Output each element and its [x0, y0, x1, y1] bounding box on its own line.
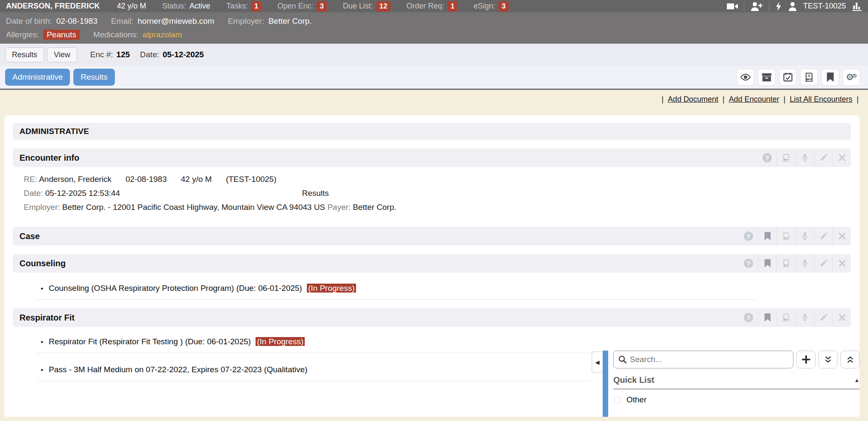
add-button[interactable] [796, 351, 815, 368]
help-icon[interactable]: ? [758, 148, 776, 167]
employer-value: Better Corp. - 12001 Pacific Coast Highw… [62, 203, 325, 212]
radio-button[interactable] [613, 396, 621, 404]
close-icon[interactable] [832, 227, 851, 245]
stats-chart-icon[interactable] [852, 2, 862, 11]
status-badge-in-progress: (In Progress) [256, 337, 305, 346]
bookmark-icon[interactable] [758, 254, 776, 273]
enc-number-label: Enc #: [90, 50, 113, 59]
email-value: horner@mieweb.com [138, 17, 214, 26]
date-label: Date: [24, 189, 43, 198]
due-list-count-badge[interactable]: 12 [376, 1, 390, 11]
edit-pencil-icon[interactable] [814, 227, 832, 245]
edit-pencil-icon[interactable] [814, 308, 832, 327]
re-dob: 02-08-1983 [125, 175, 167, 184]
person-add-icon[interactable] [750, 2, 763, 11]
bookmark-icon[interactable] [758, 227, 776, 245]
collapse-all-button[interactable] [840, 351, 860, 368]
medications-label: Medications: [93, 30, 139, 39]
enc-date-value: 05-12-2025 [163, 50, 204, 59]
help-icon[interactable]: ? [739, 308, 758, 327]
payer-value: Better Corp. [353, 203, 396, 212]
re-name: Anderson, Frederick [39, 175, 111, 184]
section-header-counseling: Counseling ? [13, 254, 851, 273]
dob-label: Date of birth: [6, 17, 52, 26]
search-input[interactable] [613, 351, 793, 368]
section-title: Encounter info [19, 153, 79, 163]
open-enc-count-badge[interactable]: 3 [317, 1, 326, 11]
video-camera-icon[interactable] [727, 2, 738, 11]
tab-results[interactable]: Results [5, 47, 44, 62]
search-icon [618, 355, 627, 364]
counter-due-list[interactable]: Due List: 12 [343, 1, 390, 11]
results-button[interactable]: Results [73, 69, 114, 86]
book-icon[interactable] [776, 148, 795, 167]
counter-open-enc[interactable]: Open Enc: 3 [277, 1, 327, 11]
enc-number-value: 125 [117, 50, 130, 59]
quick-list-item-other[interactable]: Other [613, 395, 860, 404]
employer-label: Employer: [24, 203, 60, 212]
microphone-icon[interactable] [795, 227, 814, 245]
bookmark-icon[interactable] [758, 308, 776, 327]
panel-collapse-handle[interactable]: ◀ [592, 351, 603, 373]
medications-value[interactable]: alprazolam [143, 30, 182, 39]
tab-view[interactable]: View [47, 47, 77, 62]
quick-list-title: Quick List [613, 375, 654, 385]
page-content: | Add Document | Add Encounter | List Al… [0, 90, 868, 417]
patient-demographics-bar: Date of birth: 02-08-1983 Email: horner@… [0, 12, 868, 44]
gears-icon[interactable]: ⚙⚙ [843, 69, 860, 86]
patient-status: Status: Active [162, 2, 210, 11]
user-icon[interactable] [788, 2, 797, 11]
calendar-check-icon[interactable] [779, 69, 797, 86]
allergies-label: Allergies: [6, 30, 39, 39]
microphone-icon[interactable] [795, 254, 814, 273]
patient-age-sex: 42 y/o M [117, 2, 146, 11]
order-req-count-badge[interactable]: 1 [448, 1, 457, 11]
divider [36, 381, 590, 381]
help-icon[interactable]: ? [739, 227, 758, 245]
list-all-encounters-link[interactable]: List All Encounters [790, 95, 852, 103]
patient-name: ANDERSON, FREDERICK [6, 2, 100, 11]
list-item-counseling: • Counseling (OSHA Respiratory Protectio… [13, 284, 851, 293]
microphone-icon[interactable] [795, 308, 814, 327]
allergy-badge[interactable]: Peanuts [43, 30, 80, 40]
status-badge-in-progress: (In Progress) [307, 284, 356, 293]
status-value: Active [189, 2, 210, 11]
bookmark-icon[interactable] [821, 69, 839, 86]
tasks-count-badge[interactable]: 1 [251, 1, 261, 11]
archive-icon[interactable] [758, 69, 776, 86]
lightning-icon[interactable] [775, 2, 782, 11]
close-icon[interactable] [832, 254, 851, 273]
counter-tasks[interactable]: Tasks: 1 [226, 1, 261, 11]
edit-pencil-icon[interactable] [814, 254, 832, 273]
help-icon[interactable]: ? [739, 254, 758, 273]
edit-pencil-icon[interactable] [814, 148, 832, 167]
expand-all-button[interactable] [818, 351, 837, 368]
eye-icon[interactable] [737, 69, 754, 86]
section-header-respirator-fit: Respirator Fit ? [13, 308, 851, 327]
divider [744, 2, 744, 11]
book-icon[interactable] [800, 69, 818, 86]
close-icon[interactable] [832, 148, 851, 167]
administrative-button[interactable]: Administrative [5, 69, 70, 86]
book-icon[interactable] [776, 308, 795, 327]
microphone-icon[interactable] [795, 148, 814, 167]
quick-list-panel: ◀ [592, 351, 860, 417]
email-label: Email: [111, 17, 134, 26]
counter-esign[interactable]: eSign: 3 [473, 1, 509, 11]
bullet-dot: • [41, 284, 43, 293]
chevron-left-icon: ◀ [595, 359, 600, 365]
add-document-link[interactable]: Add Document [668, 95, 718, 103]
quick-list-header[interactable]: Quick List ▲ [613, 375, 860, 389]
add-encounter-link[interactable]: Add Encounter [729, 95, 779, 103]
counter-order-req[interactable]: Order Req: 1 [406, 1, 458, 11]
book-icon[interactable] [776, 254, 795, 273]
payer-label: Payer: [327, 203, 351, 212]
close-icon[interactable] [832, 308, 851, 327]
section-title: Case [19, 231, 40, 241]
esign-count-badge[interactable]: 3 [498, 1, 508, 11]
re-label: RE: [24, 175, 37, 184]
book-icon[interactable] [776, 227, 795, 245]
patient-header-bar: ANDERSON, FREDERICK 42 y/o M Status: Act… [0, 0, 868, 12]
dob-value: 02-08-1983 [56, 17, 97, 26]
action-row: Administrative Results ⚙⚙ [0, 66, 868, 90]
